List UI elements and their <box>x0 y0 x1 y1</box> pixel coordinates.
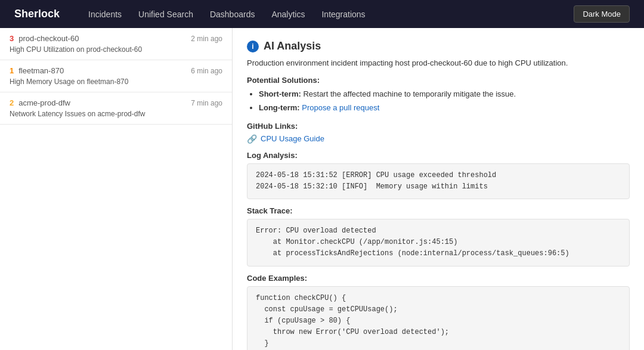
nav-incidents[interactable]: Incidents <box>88 10 122 19</box>
nav-integrations[interactable]: Integrations <box>321 10 365 19</box>
long-term-label: Long-term: <box>259 103 300 112</box>
main-content: i AI Analysis Production environment inc… <box>233 28 644 350</box>
incident-host-1: prod-checkout-60 <box>18 34 79 43</box>
navbar: Sherlock Incidents Unified Search Dashbo… <box>0 0 644 28</box>
propose-pull-request-link[interactable]: Propose a pull request <box>302 103 379 112</box>
long-term-solution: Long-term: Propose a pull request <box>259 102 630 114</box>
incident-host-3: acme-prod-dfw <box>18 98 70 107</box>
incident-id-3: 2 <box>10 98 14 107</box>
short-term-solution: Short-term: Restart the affected machine… <box>259 88 630 101</box>
ai-analysis-title: AI Analysis <box>264 40 321 52</box>
incident-time-1: 2 min ago <box>191 35 222 43</box>
potential-solutions-list: Short-term: Restart the affected machine… <box>247 88 630 114</box>
incident-card-2[interactable]: 1 fleetman-870 6 min ago High Memory Usa… <box>0 60 232 92</box>
cpu-usage-guide-link[interactable]: CPU Usage Guide <box>261 134 324 143</box>
incident-desc-2: High Memory Usage on fleetman-870 <box>10 78 222 86</box>
incident-host-2: fleetman-870 <box>18 66 64 75</box>
summary-text: Production environment incident impactin… <box>247 58 630 67</box>
code-examples-title: Code Examples: <box>247 274 630 283</box>
incident-card-1[interactable]: 3 prod-checkout-60 2 min ago High CPU Ut… <box>0 28 232 60</box>
brand-logo: Sherlock <box>14 8 60 20</box>
incident-time-2: 6 min ago <box>191 67 222 75</box>
short-term-label: Short-term: <box>259 89 301 98</box>
log-analysis-block: 2024-05-18 15:31:52 [ERROR] CPU usage ex… <box>247 163 630 199</box>
dark-mode-button[interactable]: Dark Mode <box>574 5 630 23</box>
potential-solutions-title: Potential Solutions: <box>247 76 630 85</box>
incidents-sidebar: 3 prod-checkout-60 2 min ago High CPU Ut… <box>0 28 233 350</box>
short-term-text: Restart the affected machine to temporar… <box>303 89 516 98</box>
github-links-title: GitHub Links: <box>247 122 630 131</box>
incident-card-3[interactable]: 2 acme-prod-dfw 7 min ago Network Latenc… <box>0 92 232 125</box>
incident-id-2: 1 <box>10 66 14 75</box>
info-icon: i <box>247 41 259 52</box>
incident-id-1: 3 <box>10 34 14 43</box>
incident-desc-1: High CPU Utilization on prod-checkout-60 <box>10 45 222 54</box>
code-examples-block: function checkCPU() { const cpuUsage = g… <box>247 286 630 350</box>
link-chain-icon: 🔗 <box>247 134 257 144</box>
incident-desc-3: Network Latency Issues on acme-prod-dfw <box>10 110 222 118</box>
nav-unified-search[interactable]: Unified Search <box>138 10 193 19</box>
log-analysis-title: Log Analysis: <box>247 151 630 160</box>
stack-trace-title: Stack Trace: <box>247 206 630 215</box>
github-link-item: 🔗 CPU Usage Guide <box>247 134 630 144</box>
main-layout: 3 prod-checkout-60 2 min ago High CPU Ut… <box>0 28 644 350</box>
nav-dashboards[interactable]: Dashboards <box>210 10 255 19</box>
ai-analysis-header: i AI Analysis <box>247 40 630 52</box>
incident-time-3: 7 min ago <box>191 99 222 107</box>
stack-trace-block: Error: CPU overload detected at Monitor.… <box>247 219 630 267</box>
nav-analytics[interactable]: Analytics <box>271 10 305 19</box>
nav-links: Incidents Unified Search Dashboards Anal… <box>88 10 555 19</box>
